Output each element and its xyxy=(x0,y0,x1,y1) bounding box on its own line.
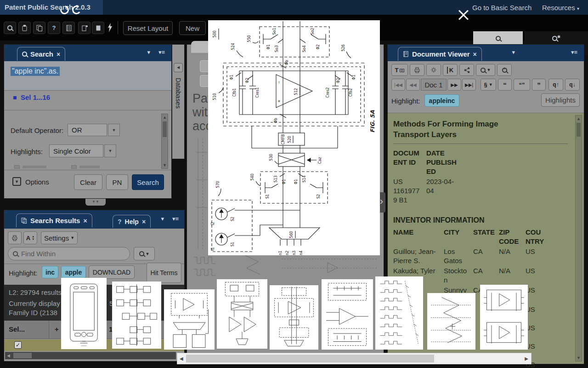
doc-position-field[interactable]: Doc 1 xyxy=(421,79,447,91)
thumbnail-3-amplifier-circuit[interactable] xyxy=(164,289,215,350)
close-icon[interactable]: × xyxy=(142,218,146,225)
first-doc-button[interactable]: |◀◀ xyxy=(391,79,405,91)
zoom-button[interactable]: + xyxy=(497,64,512,76)
panel-menu-icon[interactable]: ▾≡ xyxy=(172,215,179,222)
print-button[interactable] xyxy=(410,64,424,76)
options-scrollbar[interactable]: ▲ ▼ xyxy=(161,114,168,169)
operator-select-arrow[interactable]: ▼ xyxy=(108,124,120,136)
col-sel[interactable]: Sel... xyxy=(9,325,25,333)
thumbnail-5-switched-cap-circuit[interactable] xyxy=(270,285,318,350)
databases-tab[interactable]: Databases xyxy=(175,78,182,109)
print-button[interactable] xyxy=(8,231,22,244)
help-icon[interactable]: ? xyxy=(48,22,60,34)
options-expander-icon[interactable]: ▼ xyxy=(12,177,21,186)
tab-search-results[interactable]: Search Results× xyxy=(16,213,92,227)
next-hit-button[interactable]: q↓ xyxy=(565,79,580,91)
panel-dropdown-icon[interactable]: ▾ xyxy=(512,49,515,56)
next-quote-button[interactable]: ” xyxy=(532,79,546,91)
pn-button[interactable]: PN xyxy=(106,174,128,190)
scrollbar-thumb[interactable] xyxy=(163,121,167,137)
default-operator-select[interactable]: OR xyxy=(68,124,107,136)
thumbnail-carousel-scrollbar[interactable]: ◀ ▶ xyxy=(177,353,531,364)
quote-pair-button[interactable]: “” xyxy=(514,79,530,91)
new-window-button[interactable]: New xyxy=(179,21,206,35)
sel-range-link[interactable]: Sel 1...16 xyxy=(21,93,50,101)
share-button[interactable] xyxy=(459,64,474,76)
settings-gear-button[interactable] xyxy=(426,64,441,76)
text-image-toggle-button[interactable]: T xyxy=(391,64,408,76)
highlights-select-arrow[interactable]: ▼ xyxy=(104,144,116,157)
new-document-icon[interactable] xyxy=(78,22,90,34)
close-icon[interactable]: × xyxy=(473,51,477,58)
scroll-down-icon[interactable]: ▼ xyxy=(576,356,582,360)
lightbox-close-icon[interactable] xyxy=(458,9,469,21)
tab-document-viewer[interactable]: Document Viewer× xyxy=(398,47,482,61)
thumbnail-4-crossbar-circuit[interactable] xyxy=(217,279,267,349)
expand-left-icon[interactable]: ◀ xyxy=(174,63,183,72)
download-button[interactable]: DOWNLOAD xyxy=(89,265,135,279)
prev-hit-button[interactable]: q↑ xyxy=(548,79,563,91)
scrollbar-thumb[interactable] xyxy=(186,355,434,362)
panel-menu-icon[interactable]: ▾≡ xyxy=(158,49,165,56)
search-button[interactable]: Search xyxy=(132,174,164,190)
scroll-left-icon[interactable]: ◀ xyxy=(180,356,183,361)
search-tool-icon[interactable] xyxy=(4,22,16,34)
document-icon[interactable] xyxy=(92,22,104,34)
copy-documents-icon[interactable] xyxy=(33,22,45,34)
close-icon[interactable]: × xyxy=(83,217,87,224)
resources-menu[interactable]: Resources ▾ xyxy=(542,4,579,12)
scroll-up-icon[interactable]: ▲ xyxy=(162,115,168,120)
basic-search-link[interactable]: Go to Basic Search xyxy=(472,4,531,12)
panel-menu-icon[interactable]: ▾≡ xyxy=(571,49,577,56)
thumbnail-8-sawtooth-waveform[interactable] xyxy=(427,293,475,350)
scrollbar-thumb[interactable] xyxy=(577,123,581,137)
hit-terms-button[interactable]: Hit Terms xyxy=(147,263,181,283)
thumbnail-7-timing-diagram[interactable] xyxy=(375,276,423,350)
panel-dropdown-icon[interactable]: ▾ xyxy=(147,49,150,56)
find-within-input[interactable] xyxy=(21,250,113,258)
prev-quote-button[interactable]: “ xyxy=(498,79,512,91)
figure-popup[interactable]: 500 550 So1 So2 So3 So4 Φ1 Φ2 524 526 51… xyxy=(208,20,380,255)
scrollbar-thumb[interactable] xyxy=(13,353,32,358)
clipboard-icon[interactable] xyxy=(18,22,31,34)
table-hscrollbar[interactable]: ◀ xyxy=(5,352,176,359)
search-query-input[interactable]: "apple inc".as. xyxy=(4,61,171,91)
thumbnail-2-block-diagram[interactable] xyxy=(112,282,161,349)
tab-help[interactable]: ? Help× xyxy=(113,215,151,228)
highlights-button[interactable]: Highlights xyxy=(541,93,580,107)
prev-doc-button[interactable]: ◀◀ xyxy=(406,79,420,91)
panel-dropdown-icon[interactable]: ▾ xyxy=(161,215,164,222)
close-icon[interactable]: × xyxy=(57,51,60,58)
highlight-chip-appleinc[interactable]: appleinc xyxy=(424,94,459,107)
section-nav-button[interactable]: §▼ xyxy=(481,79,496,91)
last-doc-button[interactable]: ▶▶| xyxy=(462,79,476,91)
next-doc-button[interactable]: ▶▶ xyxy=(447,79,461,91)
font-size-button[interactable]: A▲▼ xyxy=(23,231,37,244)
settings-button[interactable]: Settings▼ xyxy=(41,231,78,244)
scroll-left-icon[interactable]: ◀ xyxy=(7,353,10,358)
doc-vscrollbar[interactable]: ▲ ▼ xyxy=(575,115,582,362)
clipped-checkbox[interactable] xyxy=(14,165,20,169)
scroll-up-icon[interactable]: ▲ xyxy=(576,116,582,121)
thumbnail-6-horizontal-amp-circuit[interactable] xyxy=(322,279,373,350)
tab-search[interactable]: Search× xyxy=(17,47,65,61)
notebook-icon[interactable] xyxy=(62,22,75,34)
scroll-right-icon[interactable]: ▶ xyxy=(525,356,528,361)
highlight-chip-inc[interactable]: inc xyxy=(42,266,58,278)
clear-button[interactable]: Clear xyxy=(74,174,102,190)
thumbnail-1-phone[interactable] xyxy=(61,278,107,349)
search-options-button[interactable]: ▼ xyxy=(134,247,155,260)
row-checkbox[interactable]: ✓ xyxy=(14,341,22,349)
scroll-down-icon[interactable]: ▼ xyxy=(162,163,168,167)
highlights-select[interactable]: Single Color xyxy=(49,144,103,157)
find-within-field[interactable] xyxy=(8,247,130,260)
panel-collapse-handle[interactable]: ▼▼ xyxy=(85,199,106,206)
search-doc-button[interactable]: ▼ xyxy=(476,64,495,76)
highlight-chip-apple[interactable]: apple xyxy=(61,266,86,278)
clipped-checkbox[interactable] xyxy=(71,165,77,169)
kwic-button[interactable]: K xyxy=(443,64,458,76)
col-plus[interactable]: + xyxy=(55,325,59,333)
thumbnail-9-dual-circuit[interactable] xyxy=(480,285,528,350)
reset-layout-button[interactable]: Reset Layout xyxy=(123,21,173,35)
lightning-icon[interactable] xyxy=(107,23,113,33)
